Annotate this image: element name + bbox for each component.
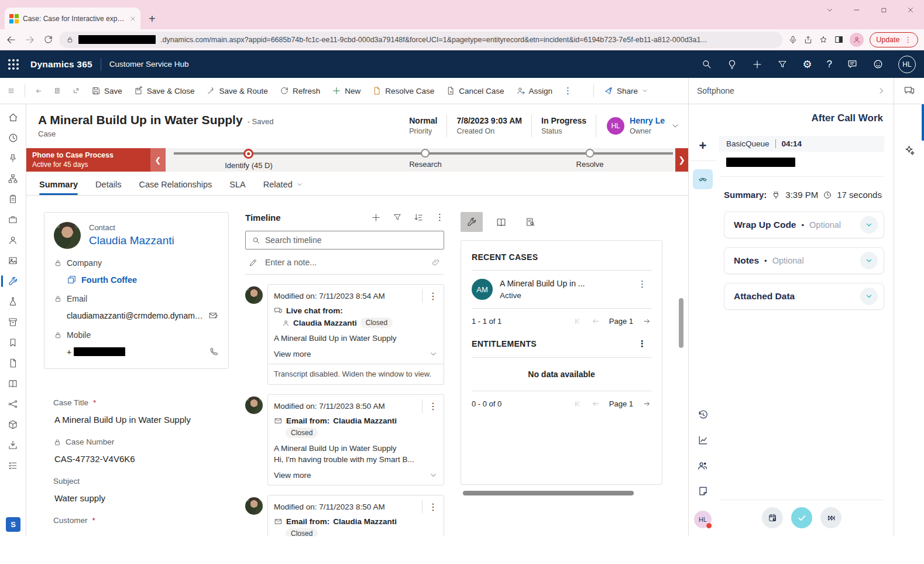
add-session-button[interactable]: + [689, 138, 717, 161]
bpf-stage-research[interactable]: Research [409, 149, 442, 169]
sidebar-item-recent[interactable] [0, 131, 26, 145]
prev-page-icon[interactable] [591, 317, 600, 326]
browser-profile-avatar[interactable] [850, 33, 864, 47]
tab-details[interactable]: Details [95, 179, 121, 195]
bpf-next-chevron[interactable]: ❯ [675, 148, 688, 172]
expand-chevron-icon[interactable] [860, 216, 878, 234]
smiley-icon[interactable] [873, 59, 884, 70]
waffle-icon[interactable] [8, 59, 19, 70]
site-map-toggle-icon[interactable] [2, 82, 20, 100]
owner-field[interactable]: HL Henry Le Owner [596, 116, 671, 135]
filter-icon[interactable] [777, 59, 788, 70]
sidebar-item-activities[interactable] [0, 192, 26, 206]
phone-call-icon[interactable] [209, 347, 219, 357]
timeline-search[interactable] [245, 231, 444, 249]
plus-icon[interactable] [752, 59, 762, 70]
brand-name[interactable]: Dynamics 365 [30, 59, 92, 70]
prev-page-icon[interactable] [591, 399, 600, 408]
bookmark-star-icon[interactable] [819, 35, 828, 45]
expand-chevron-icon[interactable] [860, 288, 878, 305]
recent-case-title[interactable]: A Mineral Build Up in ... [500, 279, 626, 288]
view-more-toggle[interactable]: View more [268, 344, 444, 364]
tab-search-icon[interactable] [816, 0, 843, 20]
forward-icon[interactable] [25, 35, 35, 45]
bpf-stage-identify[interactable]: Identify (45 D) [225, 149, 273, 170]
maximize-icon[interactable] [870, 0, 897, 20]
sidebar-item-library[interactable] [0, 377, 26, 391]
gear-icon[interactable]: ⚙ [802, 58, 812, 71]
note-entry-row[interactable]: Enter a note... [245, 249, 444, 275]
row-overflow-icon[interactable]: ⋮ [633, 279, 651, 289]
timeline-search-input[interactable] [265, 235, 438, 245]
user-avatar[interactable]: HL [898, 56, 916, 73]
resolve-case-button[interactable]: Resolve Case [367, 83, 439, 99]
session-tile[interactable]: S [6, 517, 20, 532]
sidebar-item-dashboards[interactable] [0, 172, 26, 186]
minimize-icon[interactable] [843, 0, 870, 20]
timeline-item-overflow-icon[interactable]: ⋮ [422, 399, 444, 413]
sidebar-item-pinned[interactable] [0, 151, 26, 165]
send-email-icon[interactable] [208, 310, 219, 321]
sidebar-item-bookmarks[interactable] [0, 336, 26, 350]
tab-case-relationships[interactable]: Case Relationships [139, 179, 212, 195]
section-overflow-icon[interactable]: ⋮ [633, 339, 651, 349]
feedback-chat-icon[interactable] [847, 59, 858, 70]
bpf-process-box[interactable]: Phone to Case Process Active for 45 days [26, 148, 150, 172]
skip-acw-button[interactable] [820, 507, 841, 528]
timeline-person[interactable]: Claudia Mazzanti [333, 517, 397, 526]
sidebar-item-services[interactable] [0, 274, 26, 288]
widget-tab-tools-icon[interactable] [461, 212, 483, 232]
history-icon[interactable] [698, 409, 709, 421]
header-chevron-down-icon[interactable] [671, 121, 680, 131]
back-icon[interactable] [6, 35, 16, 45]
timeline-person[interactable]: Claudia Mazzanti [293, 319, 357, 327]
tab-sla[interactable]: SLA [229, 179, 245, 195]
timeline-filter-icon[interactable] [393, 213, 402, 222]
widget-tab-search-articles-icon[interactable] [519, 212, 541, 232]
sidebar-item-articles[interactable] [0, 356, 26, 370]
sidebar-item-knowledge[interactable] [0, 295, 26, 309]
close-icon[interactable] [897, 0, 924, 20]
bpf-prev-chevron[interactable]: ❮ [150, 148, 166, 172]
bpf-stage-dot[interactable] [586, 149, 595, 158]
notes-section[interactable]: Notes • Optional [724, 247, 884, 274]
horizontal-scrollbar[interactable] [463, 491, 634, 495]
help-icon[interactable]: ? [827, 59, 832, 70]
save-and-close-button[interactable]: Save & Close [129, 83, 200, 99]
save-button[interactable]: Save [86, 83, 128, 99]
case-title-value[interactable]: A Mineral Build Up in Water Supply [54, 415, 219, 425]
sidebar-item-imports[interactable] [0, 438, 26, 452]
contact-name-link[interactable]: Claudia Mazzanti [89, 234, 174, 247]
tab-related[interactable]: Related [263, 179, 303, 195]
share-icon[interactable] [803, 35, 813, 45]
complete-acw-button[interactable] [791, 507, 812, 528]
app-name[interactable]: Customer Service Hub [109, 60, 189, 69]
wrap-up-code-section[interactable]: Wrap Up Code • Optional [724, 211, 884, 238]
contacts-icon[interactable] [697, 460, 709, 471]
new-button[interactable]: New [327, 83, 366, 99]
bpf-stage-dot-active[interactable] [244, 149, 254, 159]
tab-summary[interactable]: Summary [39, 179, 78, 195]
copilot-sparkle-icon[interactable] [903, 144, 915, 156]
call-session-tab[interactable] [693, 169, 713, 189]
sidebar-item-tasks[interactable] [0, 459, 26, 473]
assign-button[interactable]: Assign [511, 83, 558, 99]
search-icon[interactable] [701, 59, 712, 70]
recent-case-row[interactable]: AM A Mineral Build Up in ... Active ⋮ [472, 279, 651, 300]
next-page-icon[interactable] [643, 399, 651, 408]
tab-close-icon[interactable] [130, 16, 136, 22]
notes-icon[interactable] [698, 486, 709, 497]
company-link[interactable]: Fourth Coffee [81, 275, 137, 285]
widget-tab-knowledge-icon[interactable] [490, 212, 512, 232]
expand-chevron-icon[interactable] [860, 252, 878, 269]
owner-name[interactable]: Henry Le [630, 116, 665, 125]
form-list-icon[interactable] [49, 83, 66, 99]
sidebar-item-cases[interactable] [0, 213, 26, 227]
mic-icon[interactable] [788, 35, 798, 45]
collapse-panel-chevron-icon[interactable] [877, 87, 885, 95]
bpf-stage-dot[interactable] [421, 149, 430, 158]
attached-data-section[interactable]: Attached Data [724, 283, 884, 310]
schedule-followup-button[interactable] [762, 507, 783, 528]
timeline-sort-icon[interactable] [414, 213, 424, 223]
sidebar-item-accounts[interactable] [0, 254, 26, 268]
